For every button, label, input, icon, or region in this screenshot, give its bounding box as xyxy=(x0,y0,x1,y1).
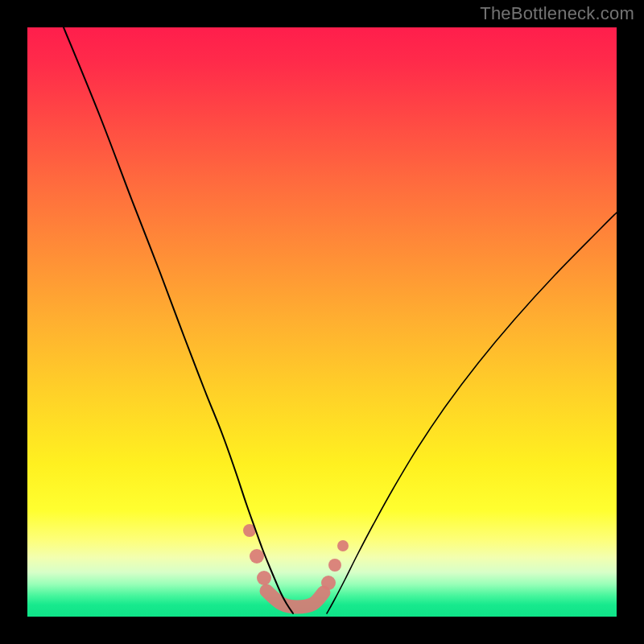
right-curve xyxy=(327,213,617,613)
left-curve xyxy=(64,27,293,613)
chart-frame: TheBottleneck.com xyxy=(0,0,644,644)
right-dot-3 xyxy=(337,540,349,551)
plot-area xyxy=(27,27,617,617)
right-dot-1 xyxy=(321,576,336,590)
valley-band xyxy=(266,591,324,607)
right-dot-2 xyxy=(328,559,341,572)
left-dot-3 xyxy=(257,571,271,585)
left-dot-2 xyxy=(250,549,264,564)
marker-group xyxy=(243,524,349,607)
watermark-text: TheBottleneck.com xyxy=(480,3,634,24)
chart-svg xyxy=(27,27,617,617)
